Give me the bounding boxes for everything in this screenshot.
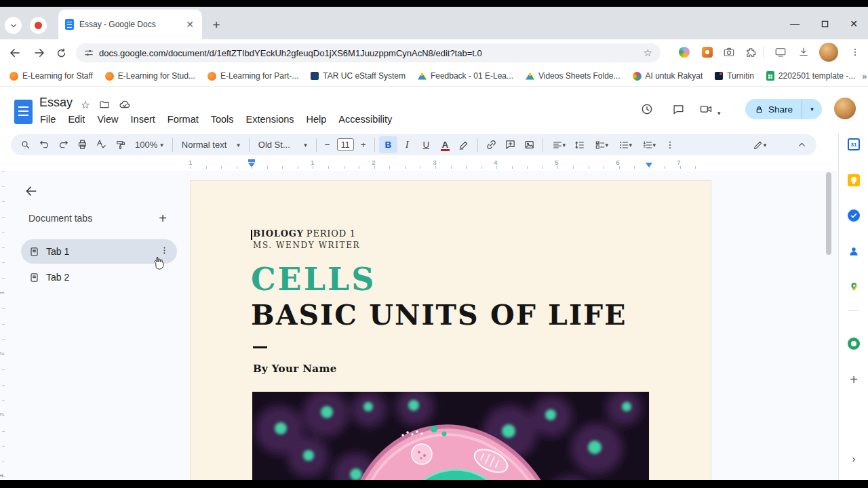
bookmark-item[interactable]: TAR UC eStaff System: [305, 69, 411, 83]
extension-orange-icon[interactable]: [700, 45, 715, 60]
font-size-input[interactable]: 11: [337, 138, 354, 151]
meet-dropdown-caret-icon[interactable]: ▾: [717, 106, 721, 118]
google-docs-logo-icon[interactable]: [14, 100, 33, 124]
bookmark-star-icon[interactable]: ☆: [644, 47, 652, 59]
browser-menu-kebab-icon[interactable]: [848, 45, 863, 60]
first-line-indent-marker[interactable]: [248, 159, 255, 162]
menu-item-extensions[interactable]: Extensions: [240, 113, 300, 126]
left-indent-marker[interactable]: [248, 163, 255, 167]
menu-item-insert[interactable]: Insert: [125, 113, 161, 126]
account-avatar[interactable]: [834, 98, 856, 119]
align-button[interactable]: ▾: [547, 136, 570, 153]
bookmark-item[interactable]: Turnitin: [709, 69, 760, 83]
extension-colorful-icon[interactable]: [677, 45, 692, 60]
bookmark-item[interactable]: AI untuk Rakyat: [627, 69, 709, 83]
toolbar-more-kebab-icon[interactable]: [661, 136, 679, 153]
menu-item-tools[interactable]: Tools: [205, 113, 240, 126]
menu-item-view[interactable]: View: [91, 113, 124, 126]
bookmark-item[interactable]: Feedback - 01 E-Lea...: [412, 69, 519, 83]
print-button[interactable]: [73, 136, 92, 153]
right-indent-marker[interactable]: [646, 163, 652, 167]
bookmark-item[interactable]: E-Learning for Staff: [4, 69, 98, 83]
document-title[interactable]: Essay: [39, 96, 73, 110]
site-settings-icon[interactable]: [84, 48, 94, 58]
comments-icon[interactable]: [669, 100, 687, 118]
menu-item-format[interactable]: Format: [161, 113, 205, 126]
bookmark-item[interactable]: 2202501 template -...: [761, 69, 861, 83]
underline-button[interactable]: U: [417, 136, 435, 153]
line-spacing-button[interactable]: [571, 136, 589, 153]
horizontal-ruler[interactable]: 1 1 2 3 4 5 6 7: [191, 158, 711, 170]
calendar-icon[interactable]: 31: [847, 138, 861, 151]
browser-tab-active[interactable]: Essay - Google Docs ✕: [58, 9, 202, 39]
checklist-button[interactable]: ▾: [590, 136, 613, 153]
share-dropdown-caret[interactable]: ▾: [802, 99, 822, 119]
decrease-font-size-button[interactable]: −: [321, 136, 334, 153]
paragraph-style-select[interactable]: Normal text▾: [177, 140, 245, 150]
vertical-scrollbar-thumb[interactable]: [826, 172, 831, 255]
document-status-cloud-icon[interactable]: [118, 98, 132, 111]
paint-format-button[interactable]: [111, 136, 130, 153]
move-folder-icon[interactable]: [98, 98, 111, 111]
forward-button[interactable]: [31, 45, 47, 61]
extensions-puzzle-icon[interactable]: [743, 45, 758, 60]
menu-item-edit[interactable]: Edit: [62, 113, 91, 126]
vertical-ruler[interactable]: 1 2 3 4: [0, 171, 7, 480]
menu-item-file[interactable]: File: [34, 113, 62, 126]
meet-video-call-icon[interactable]: [697, 100, 715, 118]
text-color-button[interactable]: A: [436, 136, 454, 153]
back-button[interactable]: [7, 45, 23, 61]
downloads-icon[interactable]: [796, 45, 811, 60]
collapse-toolbar-chevron-icon[interactable]: [793, 136, 811, 153]
hide-tabs-panel-back-arrow[interactable]: [23, 183, 39, 199]
tasks-icon[interactable]: [847, 209, 861, 222]
highlight-color-button[interactable]: [455, 136, 473, 153]
redo-button[interactable]: [54, 136, 73, 153]
bookmark-item[interactable]: E-Learning for Part-...: [202, 69, 304, 83]
window-close-button[interactable]: ✕: [845, 16, 863, 31]
add-comment-button[interactable]: [501, 136, 519, 153]
tab-options-kebab-icon[interactable]: [160, 246, 169, 257]
tab-close-icon[interactable]: ✕: [184, 19, 195, 30]
tab-search-button[interactable]: [5, 17, 22, 34]
share-button[interactable]: Share: [745, 99, 802, 119]
version-history-icon[interactable]: [638, 100, 656, 118]
address-bar[interactable]: docs.google.com/document/d/1eftZTIbdYEck…: [76, 43, 660, 62]
drive-favicon-icon: [526, 73, 534, 80]
window-maximize-button[interactable]: [816, 16, 833, 31]
contacts-icon[interactable]: [847, 245, 861, 258]
get-addons-plus-button[interactable]: +: [847, 373, 861, 386]
zoom-select[interactable]: 100%▾: [130, 140, 168, 150]
bulleted-list-button[interactable]: ▾: [614, 136, 637, 153]
recording-indicator-icon[interactable]: [30, 17, 47, 34]
cast-icon[interactable]: [773, 45, 788, 60]
italic-button[interactable]: I: [398, 136, 416, 153]
bookmarks-overflow-icon[interactable]: »: [862, 71, 867, 81]
undo-button[interactable]: [35, 136, 54, 153]
reload-button[interactable]: [53, 45, 69, 61]
menu-item-accessibility[interactable]: Accessibility: [332, 113, 398, 126]
maps-icon[interactable]: [847, 280, 861, 293]
menus-search-button[interactable]: [16, 136, 35, 153]
font-family-select[interactable]: Old St...▾: [254, 140, 312, 150]
screenshot-camera-icon[interactable]: [722, 45, 736, 60]
bold-button[interactable]: B: [379, 136, 397, 153]
window-minimize-button[interactable]: —: [786, 16, 804, 31]
add-tab-button[interactable]: +: [155, 210, 171, 226]
addon-icon[interactable]: [847, 337, 861, 350]
bookmark-item[interactable]: Videos Sheets Folde...: [520, 69, 626, 83]
numbered-list-button[interactable]: ▾: [637, 136, 660, 153]
spellcheck-button[interactable]: [92, 136, 111, 153]
insert-link-button[interactable]: [482, 136, 500, 153]
document-page[interactable]: BIOLOGYPERIOD 1 MS. WENDY WRITER CELLS B…: [191, 181, 711, 480]
bookmark-item[interactable]: E-Learning for Stud...: [100, 69, 201, 83]
star-document-icon[interactable]: ☆: [79, 98, 92, 111]
menu-item-help[interactable]: Help: [300, 113, 333, 126]
keep-notes-icon[interactable]: [847, 174, 861, 187]
collapse-rail-chevron-icon[interactable]: ›: [847, 451, 861, 465]
editing-mode-button[interactable]: ▾: [746, 136, 773, 153]
increase-font-size-button[interactable]: +: [357, 136, 370, 153]
new-tab-button[interactable]: +: [208, 16, 225, 34]
insert-image-button[interactable]: [520, 136, 538, 153]
profile-avatar[interactable]: [819, 43, 838, 62]
